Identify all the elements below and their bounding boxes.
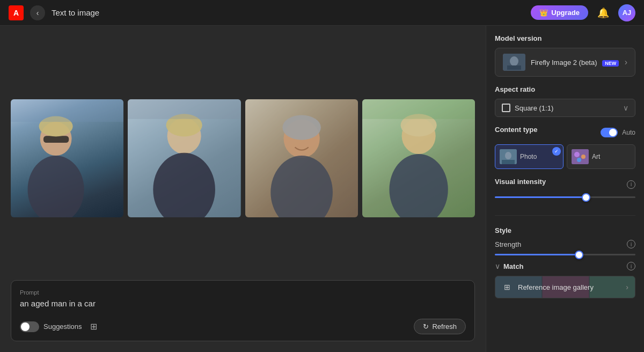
match-row[interactable]: ∨ Match i: [495, 262, 635, 270]
crown-icon: 👑: [539, 9, 548, 17]
image-grid: [0, 26, 486, 280]
art-thumbnail: [572, 149, 589, 164]
match-label: Match: [503, 262, 624, 270]
photo-thumbnail: [500, 149, 517, 164]
reference-gallery-chevron-icon: ›: [626, 283, 628, 291]
model-info: Firefly Image 2 (beta) NEW: [531, 57, 619, 67]
prompt-label: Prompt: [20, 289, 466, 296]
match-chevron-icon: ∨: [495, 262, 500, 270]
visual-intensity-slider-thumb[interactable]: [582, 193, 590, 202]
auto-label: Auto: [622, 129, 635, 136]
style-section-title: Style: [495, 226, 635, 234]
generated-image-3[interactable]: [245, 99, 358, 217]
suggestions-toggle-switch[interactable]: [20, 321, 39, 332]
gallery-icon: ⊞: [502, 282, 513, 292]
content-type-section: Content type Auto: [495, 126, 635, 169]
generated-image-1[interactable]: [11, 99, 123, 217]
content-option-photo[interactable]: Photo ✓: [495, 144, 564, 169]
svg-point-27: [574, 152, 580, 157]
adobe-logo: A: [9, 5, 24, 20]
refresh-button[interactable]: ↻ Refresh: [414, 319, 466, 334]
generated-image-4[interactable]: [362, 99, 475, 217]
svg-rect-22: [507, 65, 521, 70]
topnav: A ‹ Text to image 👑 Upgrade 🔔 AJ: [0, 0, 644, 26]
prompt-bar: Prompt an aged man in a car Suggestions …: [11, 280, 475, 341]
match-info-icon[interactable]: i: [627, 262, 635, 270]
model-name: Firefly Image 2 (beta) NEW: [531, 58, 619, 67]
content-type-options: Photo ✓ Art: [495, 144, 635, 169]
chevron-right-icon: ›: [625, 57, 627, 67]
style-slider-track[interactable]: [495, 254, 635, 255]
aspect-ratio-select[interactable]: Square (1:1) ∨: [495, 99, 635, 117]
svg-point-29: [577, 158, 581, 162]
suggestions-info-icon[interactable]: ⊞: [86, 319, 101, 334]
aspect-label: Square (1:1): [515, 104, 619, 112]
svg-point-21: [510, 56, 518, 66]
content-option-art[interactable]: Art: [567, 144, 635, 169]
auto-toggle-switch[interactable]: [601, 128, 618, 137]
content-type-title: Content type: [495, 126, 537, 134]
svg-point-24: [505, 152, 511, 159]
aspect-ratio-section: Aspect ratio Square (1:1) ∨: [495, 85, 635, 117]
aspect-ratio-title: Aspect ratio: [495, 85, 635, 93]
notifications-icon[interactable]: 🔔: [595, 4, 612, 21]
svg-rect-26: [572, 149, 589, 164]
suggestions-toggle: Suggestions: [20, 321, 82, 332]
prompt-text[interactable]: an aged man in a car: [20, 299, 466, 308]
svg-point-4: [28, 156, 84, 217]
page-title: Text to image: [52, 8, 99, 17]
style-section: Style Strength i ∨ Match i: [495, 226, 635, 298]
art-label: Art: [592, 153, 600, 160]
square-icon: [502, 104, 510, 112]
svg-rect-10: [128, 99, 240, 119]
svg-rect-2: [43, 136, 69, 143]
visual-intensity-header: Visual intensity i: [495, 178, 635, 191]
reference-gallery-row[interactable]: ⊞ Reference image gallery ›: [495, 276, 635, 298]
content-type-header: Content type Auto: [495, 126, 635, 139]
canvas-area: Prompt an aged man in a car Suggestions …: [0, 26, 486, 352]
new-badge: NEW: [602, 60, 619, 67]
suggestions-label: Suggestions: [43, 322, 82, 331]
auto-toggle-row: Auto: [601, 128, 635, 137]
model-version-card[interactable]: Firefly Image 2 (beta) NEW ›: [495, 48, 635, 77]
main-layout: Prompt an aged man in a car Suggestions …: [0, 26, 644, 352]
selected-checkmark: ✓: [552, 147, 561, 156]
svg-point-13: [282, 115, 320, 140]
right-panel: Model version Firefly Image 2 (beta) NEW…: [486, 26, 644, 352]
style-slider-thumb[interactable]: [575, 251, 583, 259]
svg-rect-19: [362, 99, 475, 119]
model-thumbnail: [503, 54, 525, 71]
upgrade-button[interactable]: 👑 Upgrade: [531, 5, 588, 20]
visual-intensity-info-icon[interactable]: i: [627, 180, 635, 189]
strength-header: Strength i: [495, 240, 635, 248]
generated-image-2[interactable]: [128, 99, 240, 217]
divider-style: [495, 215, 635, 216]
back-button[interactable]: ‹: [30, 5, 45, 20]
strength-info-icon[interactable]: i: [627, 240, 635, 248]
visual-intensity-slider-track[interactable]: [495, 196, 635, 198]
chevron-down-icon: ∨: [623, 104, 628, 112]
prompt-actions: Suggestions ⊞ ↻ Refresh: [20, 319, 466, 334]
avatar[interactable]: AJ: [618, 4, 635, 21]
model-version-section: Model version Firefly Image 2 (beta) NEW…: [495, 34, 635, 77]
svg-rect-25: [502, 160, 515, 164]
visual-intensity-title: Visual intensity: [495, 178, 546, 186]
svg-rect-5: [11, 99, 123, 122]
strength-label: Strength: [495, 240, 521, 248]
refresh-icon: ↻: [423, 322, 429, 331]
visual-intensity-section: Visual intensity i: [495, 178, 635, 204]
model-version-title: Model version: [495, 34, 635, 42]
reference-gallery-label: Reference image gallery: [518, 283, 620, 291]
photo-label: Photo: [520, 153, 537, 160]
svg-point-28: [581, 155, 586, 159]
